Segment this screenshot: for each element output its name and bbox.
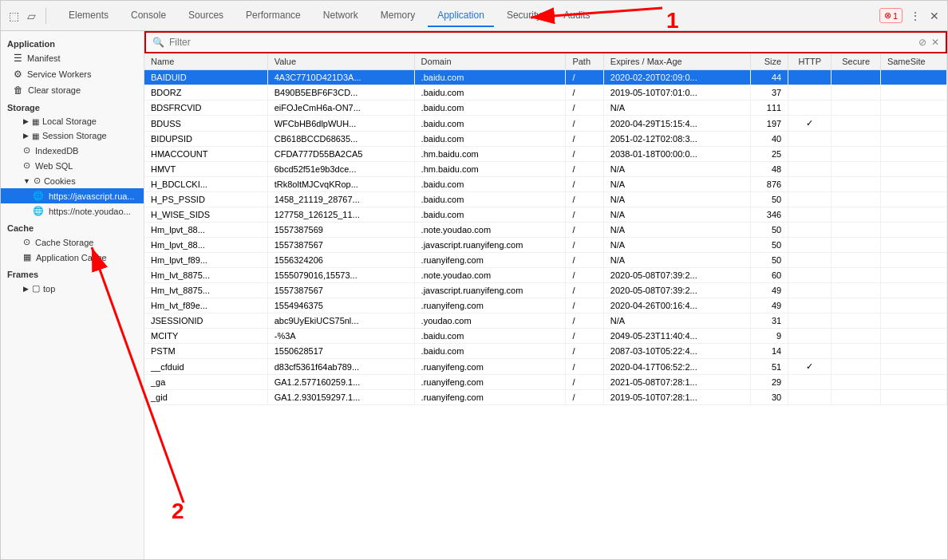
table-row[interactable]: HMACCOUNTCFDA777D55BA2CA5.hm.baidu.com/2… (144, 147, 947, 162)
table-row[interactable]: _gidGA1.2.930159297.1....ruanyifeng.com/… (144, 390, 947, 405)
cell-value: GA1.2.930159297.1... (267, 390, 414, 405)
cell-secure (831, 207, 881, 223)
cell-domain: .baidu.com (414, 132, 566, 147)
table-row[interactable]: Hm_lpvt_88...1557387569.note.youdao.com/… (144, 223, 947, 238)
tab-elements[interactable]: Elements (59, 5, 118, 27)
table-row[interactable]: BDSFRCVIDeiFOJeCmH6a-ON7....baidu.com/N/… (144, 101, 947, 116)
col-header-path[interactable]: Path (566, 53, 603, 70)
filter-bar: 🔍 ⊘ ✕ (144, 31, 947, 53)
cell-secure (831, 177, 881, 192)
col-header-secure[interactable]: Secure (831, 53, 881, 70)
sidebar-item-cookies[interactable]: ▼ ⊙ Cookies (1, 173, 144, 188)
sidebar-item-indexeddb[interactable]: ⊙ IndexedDB (1, 143, 144, 158)
table-row[interactable]: Hm_lvt_8875...1555079016,15573....note.y… (144, 268, 947, 283)
cell-name: Hm_lpvt_88... (144, 238, 267, 253)
filter-clear-icon[interactable]: ⊘ (918, 37, 926, 48)
sidebar-item-service-workers[interactable]: ⚙ Service Workers (1, 66, 144, 82)
tab-sources[interactable]: Sources (179, 5, 233, 27)
table-row[interactable]: HMVT6bcd52f51e9b3dce....hm.baidu.com/N/A… (144, 162, 947, 177)
close-icon[interactable]: ✕ (928, 10, 941, 22)
cell-secure (831, 223, 881, 238)
col-header-domain[interactable]: Domain (414, 53, 566, 70)
more-icon[interactable]: ⋮ (909, 10, 922, 22)
col-header-expires[interactable]: Expires / Max-Age (603, 53, 750, 70)
cookies-data-table: Name Value Domain Path Expires / Max-Age… (144, 53, 947, 405)
sidebar-item-app-cache[interactable]: ▦ Application Cache (1, 250, 144, 265)
table-row[interactable]: Hm_lpvt_f89...1556324206.ruanyifeng.com/… (144, 253, 947, 268)
cell-path: / (566, 162, 603, 177)
table-row[interactable]: BIDUPSIDCB618BCCD68635....baidu.com/2051… (144, 132, 947, 147)
table-row[interactable]: JSESSIONIDabc9UyEkiUCS75nl....youdao.com… (144, 314, 947, 329)
tab-application[interactable]: Application (428, 5, 494, 27)
cell-domain: .baidu.com (414, 70, 566, 85)
sidebar-item-local-storage[interactable]: ▶ ▦ Local Storage (1, 114, 144, 128)
cell-samesite (880, 223, 946, 238)
table-row[interactable]: Hm_lpvt_88...1557387567.javascript.ruany… (144, 238, 947, 253)
col-header-samesite[interactable]: SameSite (880, 53, 946, 70)
tab-security[interactable]: Security (497, 5, 551, 27)
inspect-icon[interactable]: ⬚ (7, 10, 20, 22)
sidebar-item-websql[interactable]: ⊙ Web SQL (1, 158, 144, 173)
table-row[interactable]: H_WISE_SIDS127758_126125_11....baidu.com… (144, 207, 947, 223)
table-row[interactable]: Hm_lvt_8875...1557387567.javascript.ruan… (144, 283, 947, 298)
table-row[interactable]: Hm_lvt_f89e...1554946375.ruanyifeng.com/… (144, 298, 947, 314)
table-row[interactable]: PSTM1550628517.baidu.com/2087-03-10T05:2… (144, 344, 947, 359)
tab-performance[interactable]: Performance (236, 5, 310, 27)
cell-http (788, 298, 831, 314)
sidebar-item-clear-storage[interactable]: 🗑 Clear storage (1, 82, 144, 98)
cell-expires: 2038-01-18T00:00:0... (603, 147, 750, 162)
cell-secure (831, 375, 881, 390)
sidebar-item-frames-top[interactable]: ▶ ▢ top (1, 281, 144, 296)
cell-path: / (566, 344, 603, 359)
cell-samesite (880, 147, 946, 162)
table-row[interactable]: BDORZB490B5EBF6F3CD....baidu.com/2019-05… (144, 85, 947, 101)
cell-http (788, 132, 831, 147)
cell-http (788, 101, 831, 116)
cell-http (788, 85, 831, 101)
sidebar-item-session-storage[interactable]: ▶ ▦ Session Storage (1, 128, 144, 143)
cell-samesite (880, 390, 946, 405)
cell-value: 1458_21119_28767... (267, 192, 414, 207)
session-storage-icon: ▦ (32, 132, 39, 140)
cell-path: / (566, 268, 603, 283)
table-row[interactable]: MCITY-%3A.baidu.com/2049-05-23T11:40:4..… (144, 329, 947, 344)
cell-expires: N/A (603, 314, 750, 329)
cell-domain: .ruanyifeng.com (414, 390, 566, 405)
sidebar-item-cookies-url1[interactable]: 🌐 https://javascript.rua... (1, 188, 144, 203)
col-header-value[interactable]: Value (267, 53, 414, 70)
device-icon[interactable]: ▱ (25, 10, 38, 22)
col-header-size[interactable]: Size (750, 53, 788, 70)
cell-name: H_WISE_SIDS (144, 207, 267, 223)
cell-path: / (566, 223, 603, 238)
table-row[interactable]: H_PS_PSSID1458_21119_28767....baidu.com/… (144, 192, 947, 207)
cell-name: _gid (144, 390, 267, 405)
sidebar-item-cookies-url2[interactable]: 🌐 https://note.youdao... (1, 203, 144, 219)
tab-audits[interactable]: Audits (554, 5, 599, 27)
table-row[interactable]: H_BDCLCKI...tRk8oltMJCvqKRop....baidu.co… (144, 177, 947, 192)
cell-domain: .ruanyifeng.com (414, 375, 566, 390)
table-row[interactable]: BAIDUID4A3C7710D421D3A....baidu.com/2020… (144, 70, 947, 85)
sidebar-item-manifest[interactable]: ☰ Manifest (1, 50, 144, 66)
cell-samesite (880, 298, 946, 314)
filter-x-icon[interactable]: ✕ (931, 37, 939, 48)
filter-input[interactable] (169, 37, 914, 48)
tab-network[interactable]: Network (314, 5, 368, 27)
table-row[interactable]: BDUSSWFCbHB6dlpWUH....baidu.com/2020-04-… (144, 116, 947, 132)
cell-name: __cfduid (144, 359, 267, 375)
sidebar-item-top-label: top (43, 284, 55, 294)
table-row[interactable]: _gaGA1.2.577160259.1....ruanyifeng.com/2… (144, 375, 947, 390)
cell-domain: .javascript.ruanyifeng.com (414, 283, 566, 298)
col-header-http[interactable]: HTTP (788, 53, 831, 70)
col-header-name[interactable]: Name (144, 53, 267, 70)
cell-name: Hm_lpvt_f89... (144, 253, 267, 268)
cell-path: / (566, 298, 603, 314)
sidebar-item-cache-storage-label: Cache Storage (35, 238, 93, 247)
gear-icon: ⚙ (14, 69, 22, 80)
tab-console[interactable]: Console (121, 5, 176, 27)
table-row[interactable]: __cfduidd83cf5361f64ab789....ruanyifeng.… (144, 359, 947, 375)
sidebar-item-clear-storage-label: Clear storage (28, 85, 81, 95)
sidebar-item-cache-storage[interactable]: ⊙ Cache Storage (1, 235, 144, 250)
cell-secure (831, 162, 881, 177)
cell-http (788, 390, 831, 405)
tab-memory[interactable]: Memory (371, 5, 425, 27)
